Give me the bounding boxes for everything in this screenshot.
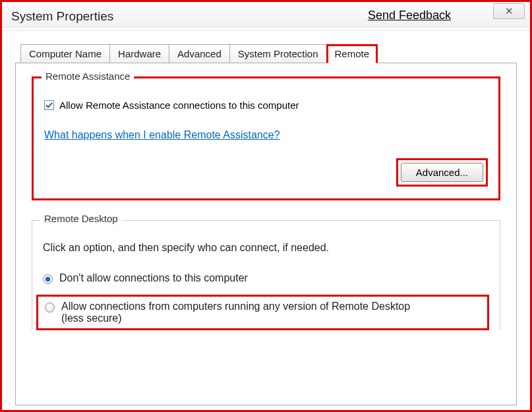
- system-properties-window: System Properties Send Feedback ✕ Comput…: [2, 2, 530, 410]
- radio-dont-allow-label: Don't allow connections to this computer: [59, 272, 248, 284]
- radio-allow-any-label: Allow connections from computers running…: [61, 301, 430, 324]
- close-button[interactable]: ✕: [493, 3, 525, 19]
- screenshot-highlight-border: System Properties Send Feedback ✕ Comput…: [0, 0, 532, 412]
- close-icon: ✕: [505, 5, 514, 17]
- allow-remote-assistance-label: Allow Remote Assistance connections to t…: [59, 100, 299, 111]
- allow-remote-assistance-row: Allow Remote Assistance connections to t…: [44, 100, 488, 111]
- tab-remote[interactable]: Remote: [326, 44, 378, 63]
- remote-assistance-legend: Remote Assistance: [42, 71, 134, 82]
- remote-assistance-help-link[interactable]: What happens when I enable Remote Assist…: [44, 129, 280, 140]
- tab-system-protection[interactable]: System Protection: [229, 44, 327, 63]
- advanced-button-highlight: Advanced...: [396, 158, 488, 187]
- tab-strip: Computer Name Hardware Advanced System P…: [20, 44, 517, 63]
- tab-advanced[interactable]: Advanced: [169, 44, 230, 63]
- remote-desktop-legend: Remote Desktop: [40, 213, 122, 224]
- check-icon: [45, 102, 53, 109]
- allow-remote-assistance-checkbox[interactable]: [44, 100, 54, 110]
- content-area: Computer Name Hardware Advanced System P…: [2, 31, 530, 405]
- window-title: System Properties: [11, 9, 113, 24]
- remote-desktop-group: Remote Desktop Click an option, and then…: [32, 220, 500, 330]
- titlebar: System Properties Send Feedback ✕: [2, 2, 530, 31]
- tab-pane-remote: Remote Assistance Allow Remote Assistanc…: [15, 63, 517, 405]
- radio-dont-allow-row: Don't allow connections to this computer: [43, 272, 489, 284]
- tab-computer-name[interactable]: Computer Name: [20, 44, 110, 63]
- tab-hardware[interactable]: Hardware: [109, 44, 169, 63]
- advanced-button[interactable]: Advanced...: [401, 163, 483, 182]
- radio-dont-allow[interactable]: [43, 274, 53, 284]
- radio-allow-any[interactable]: [45, 303, 55, 312]
- remote-desktop-instruction: Click an option, and then specify who ca…: [43, 242, 489, 254]
- radio-allow-any-row: Allow connections from computers running…: [36, 295, 489, 330]
- remote-assistance-group: Remote Assistance Allow Remote Assistanc…: [32, 76, 500, 200]
- advanced-button-row: Advanced...: [44, 158, 488, 187]
- send-feedback-link[interactable]: Send Feedback: [368, 9, 451, 22]
